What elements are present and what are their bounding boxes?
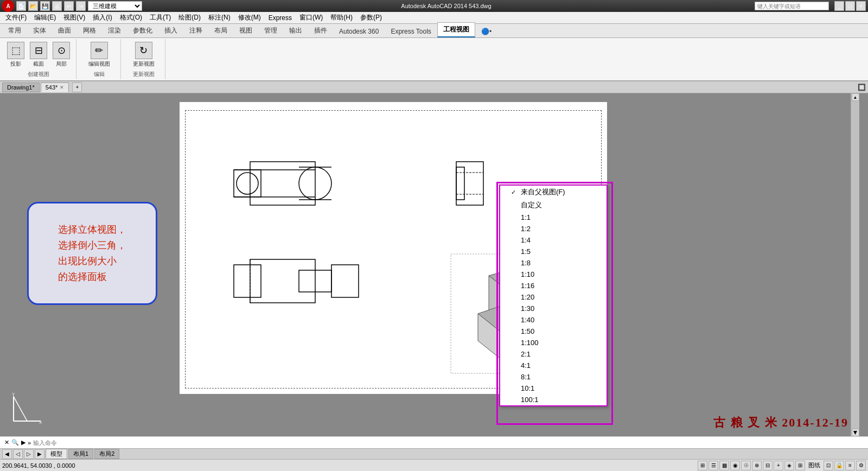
undo-btn[interactable]: ↩ (64, 1, 74, 11)
right-scrollbar[interactable]: ▲ ▼ (851, 93, 859, 436)
scale-item-parent[interactable]: ✓ 来自父视图(F) (500, 186, 607, 199)
nav-search-input[interactable] (755, 2, 829, 10)
status-btn-2[interactable]: ☰ (709, 461, 718, 470)
scale-item-10-1[interactable]: 10:1 (500, 383, 607, 394)
tab-plugins[interactable]: 插件 (308, 23, 333, 37)
projection-btn[interactable]: ⬚ 投影 (5, 40, 26, 69)
scale-item-4-1[interactable]: 4:1 (500, 360, 607, 371)
doc-tab-543[interactable]: 543* ✕ (41, 82, 69, 92)
section-icon: ⊟ (30, 42, 47, 59)
menu-format[interactable]: 格式(O) (117, 12, 145, 23)
menu-express[interactable]: Express (265, 13, 295, 23)
status-btn-5[interactable]: ☉ (741, 461, 751, 470)
scale-item-1-5[interactable]: 1:5 (500, 246, 607, 257)
new-btn[interactable]: 📄 (16, 1, 26, 11)
scale-item-1-8[interactable]: 1:8 (500, 257, 607, 269)
maximize-btn[interactable]: □ (845, 1, 855, 11)
tab-mesh[interactable]: 网格 (77, 23, 102, 37)
menu-modify[interactable]: 修改(M) (235, 12, 264, 23)
new-tab-btn[interactable]: + (72, 82, 82, 92)
svg-text:X: X (39, 420, 42, 424)
tab-autodesk360[interactable]: Autodesk 360 (333, 25, 385, 37)
canvas-bg[interactable]: 选择立体视图，选择倒小三角，出现比例大小的选择面板 Y X ✓ 来自父视图(F) (0, 93, 859, 436)
scale-item-2-1[interactable]: 2:1 (500, 348, 607, 360)
status-btn-12[interactable]: ≡ (845, 461, 855, 470)
tab-annotation[interactable]: 注释 (183, 23, 208, 37)
scroll-up-btn[interactable]: ▲ (852, 93, 859, 101)
scale-item-1-16[interactable]: 1:16 (500, 280, 607, 291)
tab-layout[interactable]: 布局 (208, 23, 233, 37)
status-btn-1[interactable]: ⊞ (698, 461, 707, 470)
scale-item-1-2[interactable]: 1:2 (500, 223, 607, 234)
detail-btn[interactable]: ⊙ 局部 (51, 40, 72, 69)
tab-solid[interactable]: 实体 (27, 23, 52, 37)
status-btn-6[interactable]: ⊕ (752, 461, 762, 470)
menu-annotation[interactable]: 标注(N) (205, 12, 234, 23)
menu-draw[interactable]: 绘图(D) (175, 12, 204, 23)
section-btn[interactable]: ⊟ 截面 (28, 40, 49, 69)
layout-prev2-btn[interactable]: ◁ (13, 449, 23, 459)
svg-point-2 (237, 173, 258, 194)
quick-nav-btn[interactable]: 🔲 (858, 84, 866, 91)
scale-item-1-10[interactable]: 1:10 (500, 269, 607, 280)
status-btn-10[interactable]: ⊡ (824, 461, 833, 470)
update-view-btn[interactable]: ↻ 更新视图 (131, 40, 156, 69)
layout-next2-btn[interactable]: ▶ (35, 449, 44, 459)
menu-file[interactable]: 文件(F) (2, 12, 30, 23)
scale-item-1-100[interactable]: 1:100 (500, 337, 607, 348)
status-btn-13[interactable]: ⚙ (856, 461, 866, 470)
status-btn-3[interactable]: ▦ (719, 461, 729, 470)
edit-view-btn[interactable]: ✏ 编辑视图 (87, 40, 112, 69)
tab-engineering-view[interactable]: 工程视图 (437, 22, 475, 37)
menu-edit[interactable]: 编辑(E) (31, 12, 59, 23)
redo-btn[interactable]: ↪ (76, 1, 86, 11)
workspace-combo[interactable]: 三维建模 (88, 1, 142, 11)
scale-item-8-1[interactable]: 8:1 (500, 371, 607, 383)
tab-output[interactable]: 输出 (283, 23, 308, 37)
scale-item-1-1[interactable]: 1:1 (500, 212, 607, 223)
scale-item-custom[interactable]: 自定义 (500, 199, 607, 212)
menu-insert[interactable]: 插入(I) (90, 12, 115, 23)
check-mark-parent: ✓ (511, 189, 518, 196)
scale-item-1-40[interactable]: 1:40 (500, 314, 607, 326)
tab-parametric[interactable]: 参数化 (127, 23, 158, 37)
scale-item-1-30[interactable]: 1:30 (500, 303, 607, 314)
scale-item-1-4[interactable]: 1:4 (500, 234, 607, 246)
close-btn[interactable]: × (856, 1, 866, 11)
tab-manage[interactable]: 管理 (258, 23, 283, 37)
status-btn-11[interactable]: 🔒 (834, 461, 844, 470)
cmd-input[interactable] (33, 440, 864, 446)
status-btn-snap[interactable]: ⊟ (763, 461, 773, 470)
tab-render[interactable]: 渲染 (102, 23, 127, 37)
minimize-btn[interactable]: _ (834, 1, 844, 11)
tab-extra[interactable]: 🔵• (475, 25, 497, 37)
tab-common[interactable]: 常用 (2, 23, 27, 37)
scale-item-100-1[interactable]: 100:1 (500, 394, 607, 405)
layout-tab-layout2[interactable]: 布局2 (94, 449, 119, 459)
print-btn[interactable]: 🖨 (52, 1, 62, 11)
menu-view[interactable]: 视图(V) (60, 12, 88, 23)
tab-view[interactable]: 视图 (233, 23, 258, 37)
menu-window[interactable]: 窗口(W) (296, 12, 326, 23)
doc-tab-drawing1[interactable]: Drawing1* (2, 82, 40, 92)
scale-item-1-20[interactable]: 1:20 (500, 291, 607, 303)
tab-insert[interactable]: 插入 (158, 23, 183, 37)
scale-item-1-50[interactable]: 1:50 (500, 326, 607, 337)
scroll-down-btn[interactable]: ▼ (852, 429, 859, 436)
menu-tools[interactable]: 工具(T) (146, 12, 174, 23)
layout-tab-model[interactable]: 模型 (46, 449, 67, 459)
layout-prev-btn[interactable]: ◀ (2, 449, 12, 459)
layout-next-btn[interactable]: ▷ (24, 449, 34, 459)
tab-surface[interactable]: 曲面 (52, 23, 77, 37)
status-btn-7[interactable]: + (774, 461, 783, 470)
layout-tab-layout1[interactable]: 布局1 (68, 449, 93, 459)
menu-params[interactable]: 参数(P) (357, 12, 385, 23)
status-btn-9[interactable]: ⊞ (795, 461, 805, 470)
doc-tab-543-close[interactable]: ✕ (60, 85, 64, 90)
tab-express-tools[interactable]: Express Tools (385, 25, 437, 37)
status-btn-8[interactable]: ◈ (784, 461, 794, 470)
menu-help[interactable]: 帮助(H) (327, 12, 356, 23)
status-btn-4[interactable]: ◉ (730, 461, 740, 470)
save-btn[interactable]: 💾 (40, 1, 50, 11)
open-btn[interactable]: 📂 (28, 1, 38, 11)
